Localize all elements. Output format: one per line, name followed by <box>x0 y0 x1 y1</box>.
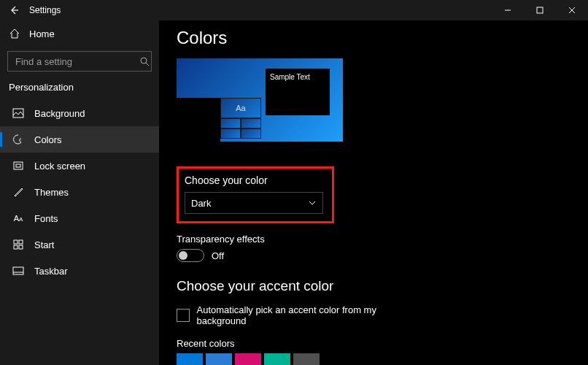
sidebar-item-label: Themes <box>34 187 69 198</box>
svg-rect-0 <box>537 7 543 13</box>
titlebar: Settings <box>0 0 588 20</box>
svg-rect-6 <box>19 240 23 244</box>
svg-point-1 <box>141 58 147 64</box>
color-swatch[interactable] <box>235 353 261 365</box>
lockscreen-icon <box>12 161 24 171</box>
svg-rect-8 <box>19 245 23 249</box>
color-swatch[interactable] <box>264 353 290 365</box>
transparency-label: Transparency effects <box>177 234 422 245</box>
sidebar-item-label: Taskbar <box>34 266 68 277</box>
preview-tiles: Aa <box>220 98 261 142</box>
sidebar-item-label: Colors <box>34 134 62 145</box>
maximize-button[interactable] <box>524 0 556 20</box>
choose-color-label: Choose your color <box>185 174 326 186</box>
choose-color-combobox[interactable]: Dark <box>185 192 323 214</box>
picture-icon <box>12 108 24 118</box>
preview-window: Sample Text <box>266 69 330 115</box>
recent-colors <box>177 353 422 365</box>
color-swatch[interactable] <box>206 353 232 365</box>
start-icon <box>12 239 24 250</box>
sidebar-item-lockscreen[interactable]: Lock screen <box>0 153 159 179</box>
transparency-toggle[interactable] <box>177 249 204 262</box>
back-button[interactable] <box>9 5 19 15</box>
search-icon <box>139 56 150 66</box>
sidebar: Home Personalization Background Col <box>0 20 159 365</box>
recent-colors-label: Recent colors <box>177 338 422 349</box>
window-title: Settings <box>29 5 61 15</box>
sidebar-item-label: Start <box>34 239 54 250</box>
sidebar-item-themes[interactable]: Themes <box>0 179 159 205</box>
svg-rect-9 <box>13 267 23 274</box>
search-input[interactable] <box>14 55 139 68</box>
close-button[interactable] <box>556 0 588 20</box>
taskbar-icon <box>12 266 24 275</box>
chevron-down-icon <box>308 199 317 207</box>
sidebar-item-background[interactable]: Background <box>0 100 159 126</box>
color-swatch[interactable] <box>177 353 203 365</box>
desktop-preview: Sample Text Aa <box>177 58 343 152</box>
svg-rect-4 <box>16 164 20 167</box>
page-title: Colors <box>177 28 422 48</box>
sidebar-item-start[interactable]: Start <box>0 231 159 258</box>
auto-accent-checkbox[interactable] <box>177 309 190 322</box>
combo-value: Dark <box>191 198 211 209</box>
home-icon <box>9 28 20 39</box>
search-box[interactable] <box>7 51 152 72</box>
sidebar-item-taskbar[interactable]: Taskbar <box>0 258 159 284</box>
content-area: Colors Sample Text Aa Choose your color … <box>159 20 588 365</box>
color-swatch[interactable] <box>293 353 320 365</box>
fonts-icon: AA <box>12 214 24 223</box>
sidebar-item-fonts[interactable]: AA Fonts <box>0 205 159 231</box>
preview-taskbar <box>177 142 343 152</box>
sidebar-home-label: Home <box>29 28 55 39</box>
svg-rect-7 <box>14 245 18 249</box>
svg-rect-5 <box>14 240 18 244</box>
paintbrush-icon <box>12 186 24 198</box>
svg-rect-3 <box>14 162 23 169</box>
sidebar-item-colors[interactable]: Colors <box>0 126 159 153</box>
preview-start <box>177 98 220 142</box>
category-label: Personalization <box>0 79 159 100</box>
transparency-value: Off <box>212 250 224 261</box>
palette-icon <box>12 134 24 145</box>
highlighted-section: Choose your color Dark <box>177 166 334 223</box>
accent-color-heading: Choose your accent color <box>177 278 422 294</box>
sidebar-item-label: Background <box>34 108 85 119</box>
minimize-button[interactable] <box>492 0 524 20</box>
auto-accent-label: Automatically pick an accent color from … <box>197 304 422 326</box>
sidebar-item-label: Fonts <box>34 213 58 224</box>
sidebar-item-label: Lock screen <box>34 161 85 172</box>
sidebar-home[interactable]: Home <box>0 20 159 47</box>
